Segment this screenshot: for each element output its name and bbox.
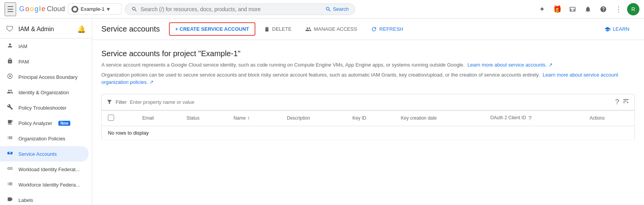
logo-l: l — [39, 5, 41, 13]
project-name: Example-1 — [81, 6, 104, 12]
manage-access-btn-label: MANAGE ACCESS — [314, 26, 357, 32]
no-data-row: No rows to display — [102, 126, 635, 140]
refresh-button[interactable]: REFRESH — [366, 23, 409, 35]
filter-help-button[interactable]: ? — [615, 98, 619, 106]
gift-button[interactable]: 🎁 — [550, 2, 564, 16]
col-name[interactable]: Name ↑ — [227, 110, 281, 126]
principal-icon — [6, 73, 14, 81]
sidebar-item-org-label: Organization Policies — [18, 136, 65, 142]
sidebar-bell-icon[interactable]: 🔔 — [77, 25, 86, 33]
sidebar: 🛡 IAM & Admin 🔔 IAM PAM Principal Access… — [0, 18, 92, 205]
col-email-label: Email — [142, 115, 154, 121]
refresh-icon — [371, 26, 377, 32]
filter-label: Filter — [116, 99, 127, 105]
desc1-text: A service account represents a Google Cl… — [101, 62, 465, 68]
project-selector[interactable]: Example-1 ▾ — [68, 3, 122, 15]
avatar[interactable]: R — [627, 3, 639, 15]
svg-point-2 — [9, 75, 11, 77]
sidebar-item-organization-policies[interactable]: Organization Policies — [0, 131, 89, 146]
layout: 🛡 IAM & Admin 🔔 IAM PAM Principal Access… — [0, 18, 644, 205]
sidebar-item-analyzer-label: Policy Analyzer — [18, 120, 52, 126]
create-btn-label: + CREATE SERVICE ACCOUNT — [175, 26, 249, 32]
toolbar: Service accounts + CREATE SERVICE ACCOUN… — [92, 18, 644, 40]
learn-button[interactable]: LEARN — [599, 23, 635, 35]
shield-icon: 🛡 — [6, 25, 14, 33]
learn-more-service-accounts-link[interactable]: Learn more about service accounts. ↗ — [467, 62, 552, 68]
analyzer-icon — [6, 119, 14, 127]
content-desc-2: Organization policies can be used to sec… — [101, 71, 635, 86]
workforce-icon — [6, 181, 14, 188]
gemini-button[interactable]: ✦ — [535, 2, 549, 16]
col-status: Status — [180, 110, 227, 126]
sidebar-item-labels[interactable]: Labels — [0, 192, 89, 205]
delete-button[interactable]: DELETE — [258, 23, 297, 35]
logo-g: G — [19, 5, 25, 13]
sidebar-item-workload-identity[interactable]: Workload Identity Federat... — [0, 162, 89, 177]
sidebar-item-workforce-identity[interactable]: Workforce Identity Federa... — [0, 177, 89, 192]
sidebar-item-labels-label: Labels — [18, 197, 33, 203]
col-description-label: Description — [287, 115, 310, 121]
logo-g2: g — [35, 5, 38, 13]
filter-input[interactable] — [130, 99, 612, 105]
col-oauth2-client-id: OAuth 2 Client ID ? — [484, 110, 583, 126]
desc2-text: Organization policies can be used to sec… — [101, 72, 540, 78]
delete-icon — [264, 26, 270, 32]
sidebar-item-service-accounts[interactable]: Service Accounts — [0, 146, 89, 162]
project-icon — [71, 6, 78, 13]
sidebar-item-principal-label: Principal Access Boundary — [18, 74, 78, 80]
select-all-checkbox[interactable] — [108, 115, 114, 121]
sidebar-item-policy-troubleshooter[interactable]: Policy Troubleshooter — [0, 100, 89, 115]
sidebar-item-principal-access-boundary[interactable]: Principal Access Boundary — [0, 69, 89, 85]
col-key-creation-date-label: Key creation date — [401, 115, 437, 121]
search-button[interactable]: Search — [325, 6, 349, 12]
col-key-id: Key ID — [346, 110, 395, 126]
manage-access-icon — [305, 26, 311, 32]
logo-e: e — [41, 5, 45, 13]
oauth2-help-icon[interactable]: ? — [528, 115, 531, 121]
hamburger-button[interactable]: ☰ — [5, 2, 16, 16]
sidebar-item-workload-label: Workload Identity Federat... — [18, 167, 79, 172]
search-input[interactable] — [141, 6, 322, 12]
more-button[interactable]: ⋮ — [612, 2, 626, 16]
help-button[interactable] — [596, 2, 610, 16]
col-name-label: Name — [233, 115, 246, 121]
col-actions-label: Actions — [589, 115, 604, 121]
col-status-label: Status — [186, 115, 199, 121]
search-bar: Search — [125, 3, 355, 15]
sidebar-item-workforce-label: Workforce Identity Federa... — [18, 182, 80, 188]
filter-icon — [106, 99, 113, 105]
logo-o1: o — [25, 5, 29, 13]
col-email: Email — [136, 110, 180, 126]
learn-btn-label: LEARN — [613, 26, 629, 32]
create-service-account-button[interactable]: + CREATE SERVICE ACCOUNT — [169, 22, 255, 36]
manage-access-button[interactable]: MANAGE ACCESS — [300, 23, 363, 35]
workload-icon — [6, 165, 14, 173]
service-accounts-table: Email Status Name ↑ — [101, 110, 635, 140]
sidebar-item-iam[interactable]: IAM — [0, 38, 89, 54]
sidebar-item-pam[interactable]: PAM — [0, 54, 89, 69]
filter-columns-button[interactable] — [622, 97, 630, 107]
sidebar-item-policy-analyzer[interactable]: Policy Analyzer New — [0, 115, 89, 131]
refresh-btn-label: REFRESH — [379, 26, 403, 32]
sidebar-item-service-accounts-label: Service Accounts — [18, 151, 57, 157]
labels-icon — [6, 196, 14, 204]
col-oauth2-label: OAuth 2 Client ID — [490, 115, 526, 120]
service-accounts-icon — [6, 150, 14, 158]
col-key-id-label: Key ID — [353, 115, 366, 121]
sidebar-item-identity-organization[interactable]: Identity & Organization — [0, 85, 89, 100]
filter-actions: ? — [615, 97, 630, 107]
delete-btn-label: DELETE — [272, 26, 292, 32]
bell-button[interactable] — [581, 2, 595, 16]
sidebar-item-pam-label: PAM — [18, 59, 29, 65]
logo-cloud: Cloud — [47, 5, 65, 13]
no-rows-text: No rows to display — [102, 126, 635, 140]
terminal-button[interactable] — [566, 2, 579, 16]
sidebar-item-iam-label: IAM — [18, 43, 27, 49]
sidebar-item-identity-label: Identity & Organization — [18, 90, 69, 95]
logo-o2: o — [30, 5, 34, 13]
sidebar-title: IAM & Admin — [18, 26, 54, 33]
org-policies-icon — [6, 135, 14, 142]
search-icon — [131, 6, 137, 12]
col-checkbox — [102, 110, 136, 126]
sort-icon: ↑ — [247, 115, 250, 121]
